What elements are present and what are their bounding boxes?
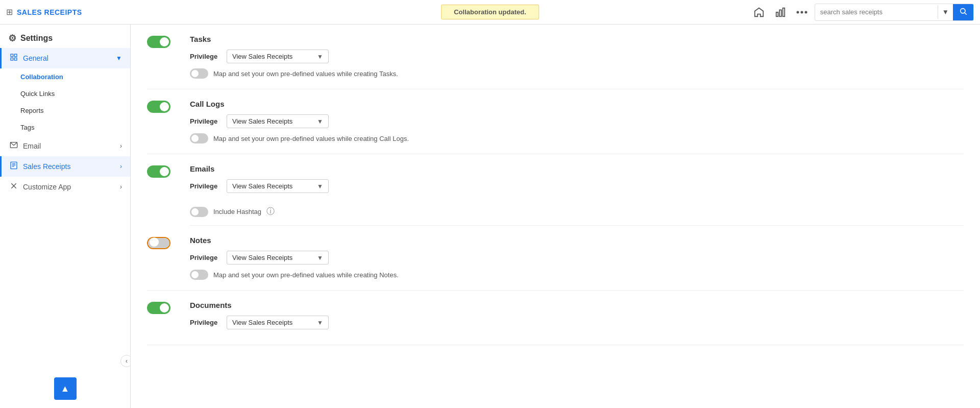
- search-input[interactable]: [815, 5, 938, 19]
- emails-section: Emails Privilege View Sales Receipts ▼: [147, 154, 964, 198]
- tasks-privilege-select[interactable]: View Sales Receipts ▼: [227, 50, 329, 63]
- sidebar-item-general[interactable]: General ▼: [0, 48, 130, 68]
- content-area: Tasks Privilege View Sales Receipts ▼: [131, 25, 980, 408]
- sidebar-item-sales-receipts[interactable]: Sales Receipts ›: [0, 156, 130, 177]
- documents-privilege-row: Privilege View Sales Receipts ▼: [190, 316, 964, 329]
- scroll-to-top-button[interactable]: ▲: [54, 377, 77, 400]
- customize-app-chevron-icon: ›: [120, 183, 122, 190]
- notes-privilege-select[interactable]: View Sales Receipts ▼: [227, 251, 329, 265]
- svg-rect-0: [776, 12, 778, 16]
- sidebar-sub-item-tags[interactable]: Tags: [0, 119, 130, 136]
- tasks-privilege-label: Privilege: [190, 53, 220, 60]
- customize-app-icon: [10, 182, 18, 192]
- call-logs-toggle[interactable]: [147, 101, 170, 113]
- sidebar-collapse-button[interactable]: ‹: [120, 355, 131, 367]
- notes-privilege-dropdown-icon: ▼: [317, 254, 323, 261]
- tasks-privilege-value: View Sales Receipts: [232, 53, 292, 60]
- documents-section: Documents Privilege View Sales Receipts …: [147, 291, 964, 345]
- emails-privilege-value: View Sales Receipts: [232, 182, 292, 190]
- settings-label: Settings: [20, 34, 53, 43]
- email-chevron-icon: ›: [120, 142, 122, 150]
- documents-toggle[interactable]: [147, 302, 170, 314]
- sales-receipts-chevron-icon: ›: [120, 163, 122, 170]
- app-header: ⊞ SALES RECEIPTS Collaboration updated. …: [0, 0, 980, 25]
- documents-privilege-value: View Sales Receipts: [232, 319, 292, 326]
- home-button[interactable]: [750, 4, 768, 21]
- search-go-button[interactable]: [953, 4, 973, 20]
- tasks-toggle[interactable]: [147, 36, 170, 48]
- include-hashtag-row: Include Hashtag ⓘ: [190, 198, 964, 226]
- call-logs-privilege-row: Privilege View Sales Receipts ▼: [190, 114, 964, 128]
- sidebar-item-email[interactable]: Email ›: [0, 136, 130, 156]
- call-logs-privilege-label: Privilege: [190, 117, 220, 125]
- general-label: General: [23, 54, 48, 62]
- sidebar-sub-items: Collaboration Quick Links Reports Tags: [0, 68, 130, 136]
- tasks-map-toggle[interactable]: [190, 68, 208, 79]
- search-dropdown-button[interactable]: ▼: [938, 5, 953, 19]
- notification-banner: Collaboration updated.: [441, 5, 539, 19]
- emails-privilege-select[interactable]: View Sales Receipts ▼: [227, 179, 329, 193]
- call-logs-privilege-select[interactable]: View Sales Receipts ▼: [227, 114, 329, 128]
- call-logs-map-toggle[interactable]: [190, 133, 208, 143]
- call-logs-map-row: Map and set your own pre-defined values …: [190, 133, 964, 143]
- documents-content: Documents Privilege View Sales Receipts …: [190, 301, 964, 334]
- hashtag-toggle[interactable]: [190, 207, 208, 217]
- customize-app-label: Customize App: [23, 183, 71, 191]
- header-title-area: ⊞ SALES RECEIPTS: [6, 7, 129, 17]
- call-logs-content: Call Logs Privilege View Sales Receipts …: [190, 100, 964, 143]
- emails-privilege-row: Privilege View Sales Receipts ▼: [190, 179, 964, 193]
- tasks-map-row: Map and set your own pre-defined values …: [190, 68, 964, 79]
- documents-privilege-select[interactable]: View Sales Receipts ▼: [227, 316, 329, 329]
- sidebar-sub-item-reports[interactable]: Reports: [0, 102, 130, 119]
- chart-button[interactable]: [772, 4, 789, 21]
- app-title: SALES RECEIPTS: [17, 8, 82, 16]
- svg-rect-9: [14, 54, 17, 57]
- notes-toggle[interactable]: [147, 237, 170, 249]
- call-logs-toggle-col: [147, 100, 178, 114]
- sidebar-item-customize-app[interactable]: Customize App ›: [0, 177, 130, 197]
- notes-section: Notes Privilege View Sales Receipts ▼: [147, 226, 964, 291]
- call-logs-title: Call Logs: [190, 100, 964, 108]
- content-inner: Tasks Privilege View Sales Receipts ▼: [131, 25, 980, 362]
- svg-point-3: [796, 11, 799, 13]
- tasks-section: Tasks Privilege View Sales Receipts ▼: [147, 25, 964, 89]
- more-button[interactable]: [793, 7, 811, 17]
- hashtag-info-icon[interactable]: ⓘ: [266, 206, 275, 217]
- call-logs-map-label: Map and set your own pre-defined values …: [213, 135, 409, 142]
- documents-privilege-dropdown-icon: ▼: [317, 319, 323, 326]
- emails-toggle[interactable]: [147, 165, 170, 178]
- tasks-privilege-dropdown-icon: ▼: [317, 53, 323, 60]
- notes-map-row: Map and set your own pre-defined values …: [190, 270, 964, 280]
- call-logs-privilege-dropdown-icon: ▼: [317, 118, 323, 125]
- sales-receipts-label: Sales Receipts: [23, 162, 70, 171]
- tasks-content: Tasks Privilege View Sales Receipts ▼: [190, 35, 964, 79]
- settings-header: ⚙ Settings: [0, 25, 130, 48]
- svg-point-5: [804, 11, 807, 13]
- emails-privilege-label: Privilege: [190, 182, 220, 190]
- documents-privilege-label: Privilege: [190, 319, 220, 326]
- grid-icon: ⊞: [6, 7, 13, 17]
- sidebar-sub-item-quick-links[interactable]: Quick Links: [0, 85, 130, 102]
- notes-privilege-row: Privilege View Sales Receipts ▼: [190, 251, 964, 265]
- emails-content: Emails Privilege View Sales Receipts ▼: [190, 164, 964, 198]
- notes-toggle-col: [147, 236, 178, 251]
- emails-privilege-dropdown-icon: ▼: [317, 183, 323, 190]
- notes-map-label: Map and set your own pre-defined values …: [213, 271, 399, 279]
- notes-privilege-value: View Sales Receipts: [232, 254, 292, 261]
- emails-title: Emails: [190, 164, 964, 173]
- hashtag-label: Include Hashtag: [213, 208, 261, 215]
- svg-rect-8: [11, 54, 13, 57]
- tasks-title: Tasks: [190, 35, 964, 43]
- emails-toggle-col: [147, 164, 178, 179]
- tasks-map-label: Map and set your own pre-defined values …: [213, 70, 398, 78]
- sidebar-sub-item-collaboration[interactable]: Collaboration: [0, 68, 130, 85]
- sidebar: ⚙ Settings General ▼ Collaboration Quick…: [0, 25, 131, 408]
- svg-rect-1: [779, 10, 781, 16]
- svg-rect-11: [14, 58, 17, 60]
- notes-content: Notes Privilege View Sales Receipts ▼: [190, 236, 964, 280]
- svg-line-7: [965, 13, 967, 15]
- svg-rect-10: [11, 58, 13, 60]
- notes-map-toggle[interactable]: [190, 270, 208, 280]
- email-icon: [10, 141, 18, 151]
- sales-receipts-icon: [10, 161, 18, 172]
